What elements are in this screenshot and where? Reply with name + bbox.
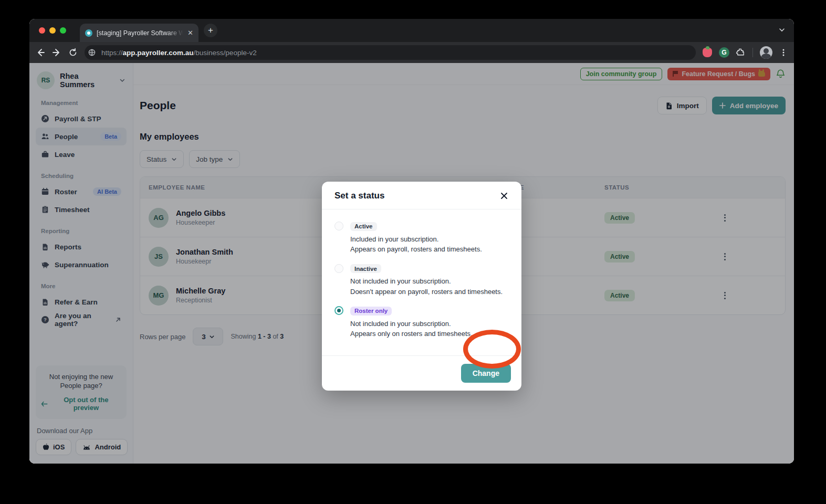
close-window-button[interactable] xyxy=(39,27,45,34)
tab-close-icon[interactable]: ✕ xyxy=(187,29,193,36)
option-label-badge: Roster only xyxy=(350,307,392,316)
browser-window: [staging] Payroller Software W ✕ + https… xyxy=(29,19,794,464)
window-controls[interactable] xyxy=(39,27,66,34)
option-description: Not included in your subscription. xyxy=(350,319,509,329)
browser-tab[interactable]: [staging] Payroller Software W ✕ xyxy=(80,24,198,42)
extensions-puzzle-icon[interactable] xyxy=(736,48,746,57)
option-description: Included in your subscription. xyxy=(350,234,509,245)
back-icon[interactable] xyxy=(36,48,45,57)
radio-button[interactable] xyxy=(334,222,343,230)
toolbar-separator xyxy=(752,48,753,57)
radio-button[interactable] xyxy=(334,264,343,273)
strawberry-extension-icon[interactable] xyxy=(703,48,712,57)
site-info-icon[interactable] xyxy=(87,47,97,58)
reload-icon[interactable] xyxy=(68,48,78,57)
zoom-window-button[interactable] xyxy=(60,27,66,34)
new-tab-button[interactable]: + xyxy=(204,24,217,37)
browser-tabstrip: [staging] Payroller Software W ✕ + xyxy=(29,19,794,42)
url-text: https://app.payroller.com.au/business/pe… xyxy=(101,49,257,57)
option-description: Appears on payroll, rosters and timeshee… xyxy=(350,244,509,255)
option-label-badge: Inactive xyxy=(350,264,381,273)
option-label-badge: Active xyxy=(350,222,377,231)
option-description: Not included in your subscription. xyxy=(350,276,509,287)
tab-title: [staging] Payroller Software W xyxy=(97,29,183,37)
payroller-app: RS Rhea Summers Management Payroll & STP… xyxy=(29,63,794,464)
browser-menu-icon[interactable] xyxy=(779,48,788,57)
modal-title: Set a status xyxy=(334,191,384,201)
minimize-window-button[interactable] xyxy=(49,27,56,34)
option-description: Appears only on rosters and timesheets. xyxy=(350,329,509,339)
set-status-modal: Set a status Active Included in your sub… xyxy=(322,182,521,391)
browser-toolbar: https://app.payroller.com.au/business/pe… xyxy=(29,42,794,63)
option-description: Doesn't appear on payroll, rosters and t… xyxy=(350,287,509,297)
forward-icon[interactable] xyxy=(52,48,61,57)
close-icon[interactable] xyxy=(499,191,509,201)
radio-button-selected[interactable] xyxy=(334,306,343,315)
status-option-roster-only[interactable]: Roster only Not included in your subscri… xyxy=(334,306,509,339)
tab-search-chevron-icon[interactable] xyxy=(778,26,786,34)
change-button[interactable]: Change xyxy=(461,364,511,383)
grammarly-icon[interactable]: G xyxy=(719,47,729,58)
address-bar[interactable]: https://app.payroller.com.au/business/pe… xyxy=(85,45,696,60)
extensions-area: G xyxy=(703,46,788,59)
status-option-inactive[interactable]: Inactive Not included in your subscripti… xyxy=(334,264,509,297)
payroller-favicon xyxy=(85,29,92,37)
status-option-active[interactable]: Active Included in your subscription. Ap… xyxy=(334,221,509,255)
browser-profile-avatar[interactable] xyxy=(760,46,772,59)
